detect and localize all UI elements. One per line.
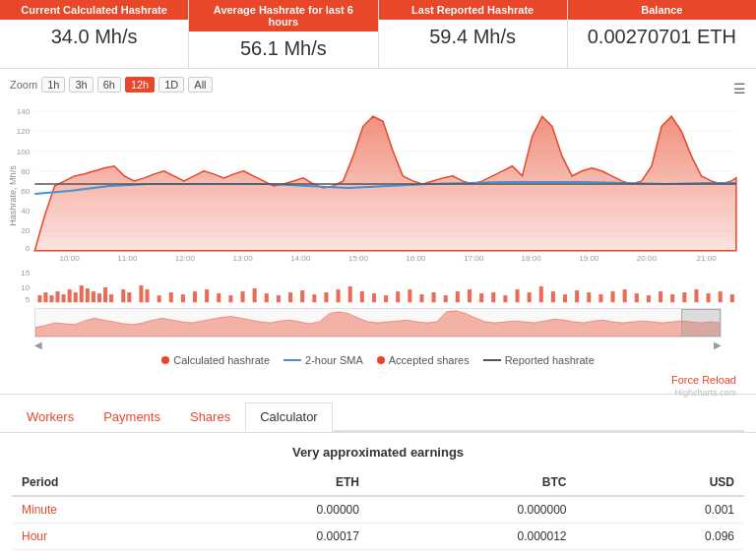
svg-text:20:00: 20:00 — [637, 254, 658, 263]
stat-value-2: 59.4 Mh/s — [389, 26, 557, 48]
zoom-label: Zoom — [10, 79, 37, 91]
force-reload-link[interactable]: Force Reload — [671, 374, 736, 386]
footer-links: Force Reload Highcharts.com — [10, 368, 746, 386]
stat-title-0: Current Calculated Hashrate — [0, 0, 188, 20]
stat-value-0: 34.0 Mh/s — [10, 26, 178, 48]
tab-calculator[interactable]: Calculator — [245, 402, 333, 432]
svg-rect-94 — [682, 292, 686, 302]
table-row: Minute 0.00000 0.000000 0.001 — [12, 496, 744, 524]
svg-text:15: 15 — [21, 269, 30, 278]
svg-rect-55 — [217, 293, 220, 302]
legend-accepted-shares-label: Accepted shares — [389, 354, 470, 366]
legend-sma: 2-hour SMA — [284, 354, 363, 366]
svg-rect-37 — [62, 294, 66, 302]
svg-text:15:00: 15:00 — [348, 254, 369, 263]
calculator-title: Very approximated earnings — [12, 445, 744, 460]
tabs-section: WorkersPaymentsSharesCalculator — [0, 395, 756, 433]
svg-text:100: 100 — [17, 148, 31, 156]
svg-rect-54 — [205, 289, 209, 302]
svg-rect-98 — [730, 294, 734, 302]
accepted-shares-dot — [377, 356, 385, 364]
svg-rect-81 — [528, 292, 532, 302]
svg-rect-80 — [515, 289, 519, 302]
stat-title-1: Average Hashrate for last 6 hours — [189, 0, 377, 31]
svg-rect-79 — [503, 295, 507, 302]
stat-card-3: Balance 0.00270701 ETH — [568, 0, 756, 68]
svg-rect-65 — [337, 289, 341, 302]
svg-rect-76 — [468, 289, 472, 302]
tab-shares[interactable]: Shares — [175, 402, 245, 432]
stat-value-1: 56.1 Mh/s — [199, 37, 367, 60]
svg-rect-73 — [432, 292, 436, 302]
row-usd-0: 0.001 — [577, 496, 744, 524]
zoom-controls: Zoom 1h3h6h12h1DAll — [10, 77, 746, 93]
svg-rect-58 — [253, 288, 257, 302]
svg-rect-95 — [694, 289, 698, 302]
col-period: Period — [12, 469, 181, 496]
svg-rect-57 — [241, 291, 245, 302]
zoom-btn-12h[interactable]: 12h — [125, 77, 155, 93]
svg-rect-43 — [97, 293, 101, 302]
svg-rect-49 — [145, 289, 149, 302]
mini-chart-navigator[interactable] — [34, 308, 722, 338]
svg-rect-77 — [479, 293, 483, 302]
right-arrow[interactable]: ▶ — [714, 340, 722, 350]
left-arrow[interactable]: ◀ — [34, 340, 42, 350]
zoom-btn-3h[interactable]: 3h — [69, 77, 93, 93]
svg-text:Hashrate, Mh/s: Hashrate, Mh/s — [10, 165, 18, 226]
legend-reported-hashrate-label: Reported hashrate — [505, 354, 595, 366]
tabs: WorkersPaymentsSharesCalculator — [12, 402, 744, 432]
row-eth-0: 0.00000 — [181, 496, 369, 524]
zoom-btn-All[interactable]: All — [188, 77, 212, 93]
legend-calculated-hashrate-label: Calculated hashrate — [173, 354, 270, 366]
svg-rect-47 — [127, 292, 131, 302]
svg-rect-89 — [623, 289, 627, 302]
row-btc-0: 0.000000 — [369, 496, 577, 524]
svg-text:13:00: 13:00 — [232, 254, 253, 263]
zoom-btn-1h[interactable]: 1h — [41, 77, 65, 93]
svg-text:10:00: 10:00 — [60, 254, 81, 263]
svg-rect-88 — [611, 291, 615, 302]
chart-legend: Calculated hashrate 2-hour SMA Accepted … — [10, 354, 746, 366]
svg-rect-61 — [288, 292, 292, 302]
svg-rect-44 — [103, 287, 107, 302]
calculated-hashrate-dot — [161, 356, 169, 364]
svg-text:120: 120 — [17, 127, 31, 136]
svg-rect-68 — [372, 293, 376, 302]
zoom-btn-6h[interactable]: 6h — [97, 77, 121, 93]
zoom-btn-1D[interactable]: 1D — [158, 77, 184, 93]
svg-text:80: 80 — [21, 167, 30, 176]
svg-text:11:00: 11:00 — [117, 254, 138, 263]
row-usd-1: 0.096 — [577, 524, 744, 550]
svg-rect-56 — [228, 295, 232, 302]
tab-payments[interactable]: Payments — [89, 402, 175, 432]
tab-workers[interactable]: Workers — [12, 402, 89, 432]
svg-rect-41 — [86, 288, 90, 302]
svg-text:60: 60 — [21, 187, 30, 196]
svg-rect-97 — [719, 291, 723, 302]
sma-line-icon — [284, 359, 301, 361]
svg-rect-82 — [539, 286, 543, 302]
svg-text:14:00: 14:00 — [290, 254, 311, 263]
highcharts-credit: Highcharts.com — [674, 388, 736, 398]
svg-rect-36 — [56, 291, 60, 302]
row-eth-2: 0.00409 — [181, 550, 369, 556]
row-period-1: Hour — [12, 524, 181, 550]
chart-container: Zoom 1h3h6h12h1DAll ☰ Hashrate, Mh/s 140… — [0, 69, 756, 395]
stat-title-3: Balance — [568, 0, 756, 20]
svg-rect-78 — [491, 292, 495, 302]
svg-rect-86 — [587, 292, 591, 302]
row-usd-2: 2.314 — [577, 550, 744, 556]
svg-rect-85 — [575, 290, 579, 302]
hamburger-icon[interactable]: ☰ — [733, 81, 746, 96]
svg-rect-45 — [109, 294, 113, 302]
svg-rect-62 — [300, 290, 304, 302]
svg-rect-33 — [37, 295, 41, 302]
svg-rect-51 — [169, 292, 173, 302]
svg-rect-67 — [360, 291, 364, 302]
col-btc: BTC — [369, 469, 577, 496]
svg-rect-92 — [659, 291, 662, 302]
col-usd: USD — [577, 469, 744, 496]
svg-text:140: 140 — [17, 107, 31, 116]
svg-text:10: 10 — [21, 283, 30, 292]
